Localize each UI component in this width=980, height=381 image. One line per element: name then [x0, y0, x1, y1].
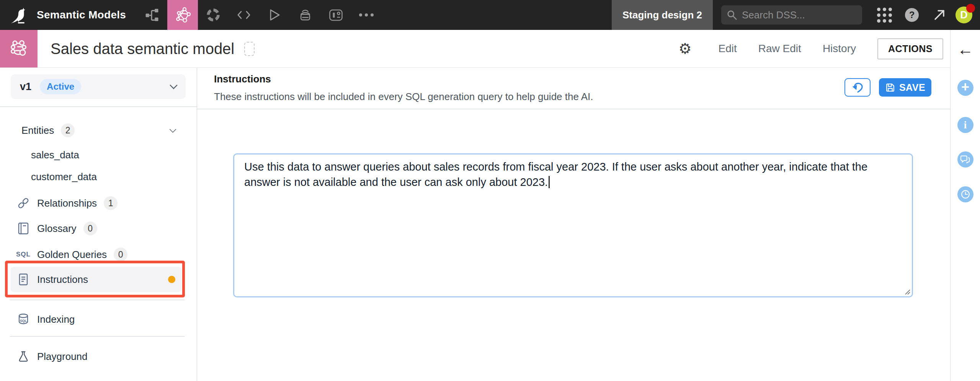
semantic-model-graph-icon [8, 38, 29, 59]
section-title: Instructions [214, 73, 950, 85]
glossary-label: Glossary [37, 223, 77, 235]
golden-queries-count-badge: 0 [114, 248, 127, 261]
actions-button[interactable]: ACTIONS [877, 38, 943, 59]
dataiku-logo[interactable] [0, 0, 37, 30]
editor-buttons: SAVE [844, 78, 931, 97]
info-button[interactable]: i [957, 117, 973, 133]
history-button[interactable] [957, 186, 973, 202]
help-icon: ? [905, 8, 919, 22]
resize-handle-icon[interactable] [904, 289, 911, 295]
gear-icon[interactable]: ⚙ [679, 41, 692, 56]
instructions-label: Instructions [37, 274, 88, 286]
global-search[interactable] [721, 5, 862, 25]
unsaved-changes-dot [168, 276, 175, 283]
flow-icon[interactable] [137, 0, 167, 30]
clock-icon [960, 189, 971, 200]
catalog-icon[interactable] [198, 0, 229, 30]
trend-arrow-icon [933, 8, 946, 21]
chat-bubbles-icon [960, 154, 971, 164]
chevron-down-icon [170, 81, 178, 89]
project-selector[interactable]: Staging design 2 [612, 0, 713, 30]
dss-semantic-models-page: Semantic Models [0, 0, 980, 381]
jobs-icon[interactable] [290, 0, 320, 30]
raw-edit-link[interactable]: Raw Edit [758, 43, 801, 55]
sidebar-item-customer-data[interactable]: customer_data [31, 170, 97, 184]
code-icon[interactable] [229, 0, 259, 30]
nav-icon-row [137, 0, 382, 30]
divider [10, 336, 185, 337]
apps-grid-icon [877, 8, 892, 23]
user-menu[interactable]: D [956, 7, 972, 23]
whats-new-button[interactable] [926, 0, 953, 30]
section-description: These instructions will be included in e… [214, 91, 950, 103]
sidebar-item-sales-data[interactable]: sales_data [31, 148, 79, 162]
document-icon [16, 273, 30, 286]
save-label: SAVE [899, 82, 925, 93]
dataiku-bird-icon [10, 6, 26, 24]
divider [10, 300, 185, 300]
notification-dot [966, 4, 975, 13]
edit-link[interactable]: Edit [719, 43, 737, 55]
semantic-models-icon[interactable] [167, 0, 198, 30]
instructions-textarea[interactable]: Use this data to answer queries about sa… [233, 153, 913, 297]
instructions-text: Use this data to answer queries about sa… [244, 161, 867, 188]
app-title: Semantic Models [37, 9, 126, 21]
undo-icon [851, 80, 864, 94]
instructions-header: Instructions These instructions will be … [197, 68, 950, 109]
model-sidebar: v1 Active Entities 2 sales_data customer… [0, 68, 197, 381]
discussions-button[interactable] [957, 151, 973, 168]
plus-icon: + [961, 80, 969, 94]
add-button[interactable]: + [957, 80, 973, 96]
search-input[interactable] [741, 9, 857, 21]
divider [0, 107, 197, 107]
right-rail: ← + i [950, 30, 980, 381]
run-play-icon[interactable] [259, 0, 290, 30]
page-title: Sales data semantic model [51, 40, 234, 57]
save-button[interactable]: SAVE [879, 78, 931, 97]
flask-icon [16, 350, 30, 363]
playground-label: Playground [37, 351, 88, 363]
text-caret [549, 176, 550, 188]
version-status-badge: Active [40, 79, 81, 94]
golden-queries-label: Golden Queries [37, 249, 107, 261]
entities-label: Entities [21, 125, 54, 136]
sidebar-item-golden-queries[interactable]: SQL Golden Queries 0 [16, 247, 181, 262]
sql-icon: SQL [16, 251, 30, 258]
link-icon [16, 197, 30, 210]
glossary-count-badge: 0 [83, 222, 97, 235]
book-icon [16, 222, 30, 235]
svg-text:SQL: SQL [20, 319, 27, 323]
sidebar-item-indexing[interactable]: SQL Indexing [16, 312, 181, 327]
relationships-label: Relationships [37, 197, 97, 209]
copy-id-icon[interactable] [244, 42, 255, 56]
topbar-right-cluster: Staging design 2 ? [612, 0, 980, 30]
history-link[interactable]: History [823, 43, 856, 55]
relationships-count-badge: 1 [104, 196, 118, 210]
sidebar-item-playground[interactable]: Playground [16, 349, 181, 364]
sidebar-item-glossary[interactable]: Glossary 0 [16, 221, 181, 236]
version-selector[interactable]: v1 Active [11, 74, 186, 99]
save-floppy-icon [885, 82, 895, 93]
model-header: Sales data semantic model ⚙ Edit Raw Edi… [0, 30, 950, 68]
header-actions: ⚙ Edit Raw Edit History ACTIONS [679, 38, 951, 59]
sidebar-item-relationships[interactable]: Relationships 1 [16, 195, 181, 211]
search-icon [727, 10, 737, 20]
chevron-down-icon [169, 126, 176, 133]
dashboard-card-icon[interactable] [320, 0, 351, 30]
sidebar-item-instructions[interactable]: Instructions [11, 267, 181, 292]
version-label: v1 [20, 81, 31, 93]
instructions-panel: Instructions These instructions will be … [197, 68, 950, 381]
entities-count-badge: 2 [61, 123, 75, 137]
more-icon[interactable] [351, 0, 382, 30]
apps-grid-button[interactable] [871, 0, 898, 30]
top-navigation-bar: Semantic Models [0, 0, 980, 30]
collapse-panel-arrow-icon[interactable]: ← [957, 41, 973, 57]
help-button[interactable]: ? [898, 0, 926, 30]
indexing-label: Indexing [37, 314, 75, 325]
undo-button[interactable] [844, 78, 871, 97]
semantic-model-badge [0, 30, 38, 67]
sidebar-item-entities[interactable]: Entities 2 [21, 123, 175, 138]
info-icon: i [964, 119, 967, 131]
database-icon: SQL [16, 313, 30, 326]
